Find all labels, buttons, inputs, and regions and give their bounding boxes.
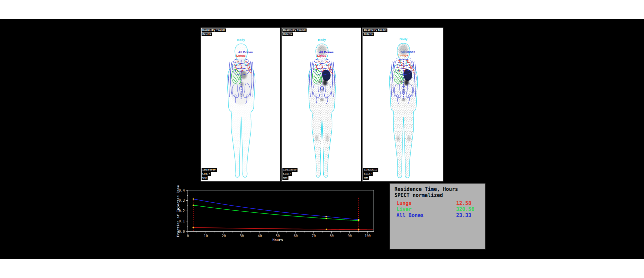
svg-text:20: 20	[222, 234, 226, 238]
svg-text:30: 30	[240, 234, 244, 238]
body-roi-label: Body	[399, 37, 408, 41]
application-canvas: Body All Bones Lungs Dosimetry Toolkit X…	[0, 19, 644, 259]
viewport-header: Dosimetry Toolkit Xeleris	[282, 28, 307, 37]
scan-viewport-1[interactable]: Body All Bones Lungs Dosimetry Toolkit X…	[201, 27, 280, 182]
scan-image-slot: Body All Bones Lungs	[282, 28, 361, 181]
data-point-marker	[358, 229, 360, 230]
organ-label: Liver	[396, 206, 412, 212]
svg-text:0: 0	[187, 234, 189, 238]
viewport-footer: 11/21/2010 Lu177 GM	[282, 168, 298, 180]
organ-value: 320.56	[456, 206, 474, 212]
isotope-label: Lu177	[363, 172, 373, 176]
svg-text:90: 90	[347, 234, 352, 238]
isotope-label: Lu177	[202, 172, 211, 176]
lungs-roi-label: Lungs	[398, 53, 408, 57]
app-subtitle-label: Xeleris	[282, 32, 293, 36]
organ-label: All Bones	[396, 212, 424, 218]
body-roi-label: Body	[237, 38, 245, 42]
app-title-label: Dosimetry Toolkit	[363, 28, 387, 32]
svg-text:0.2: 0.2	[179, 209, 185, 213]
organ-value: 23.33	[456, 212, 471, 218]
app-subtitle-label: Xeleris	[363, 32, 374, 36]
body-scan-image: Body All Bones Lungs	[282, 28, 361, 181]
svg-text:0.0: 0.0	[179, 230, 185, 233]
svg-text:0.1: 0.1	[179, 219, 185, 223]
body-scan-image: Body All Bones Lungs	[201, 28, 280, 181]
lungs-roi-label: Lungs	[236, 54, 246, 57]
app-title-label: Dosimetry Toolkit	[202, 28, 226, 32]
viewport-header: Dosimetry Toolkit Xeleris	[202, 28, 226, 37]
scan-image-slot: Body All Bones Lungs	[201, 28, 280, 181]
data-point-marker	[325, 218, 327, 219]
time-activity-chart[interactable]: Fraction of Injected Dose Hours 0.00.10.…	[176, 184, 379, 248]
residence-subtitle: SPECT normalized	[394, 192, 485, 198]
series-all-bones	[193, 199, 359, 220]
app-subtitle-label: Xeleris	[202, 32, 212, 36]
organ-value: 12.58	[456, 200, 471, 206]
series-liver	[193, 205, 359, 221]
viewport-footer: 11/18/2010 Lu177 GM	[202, 168, 217, 180]
data-point-marker	[358, 220, 360, 221]
svg-text:10: 10	[204, 234, 208, 238]
svg-text:60: 60	[294, 234, 298, 238]
data-point-marker	[193, 204, 194, 206]
data-point-marker	[193, 198, 194, 200]
operator-label: GM	[202, 176, 208, 180]
svg-text:0.3: 0.3	[179, 199, 185, 202]
data-point-marker	[325, 228, 327, 230]
lungs-roi-label: Lungs	[317, 54, 326, 57]
data-point-marker	[193, 227, 194, 228]
residence-row-all-bones: All Bones 23.33	[396, 212, 485, 218]
scan-date-label: 11/21/2010	[282, 168, 298, 172]
scan-date-label: 11/18/2010	[202, 168, 217, 172]
viewport-header: Dosimetry Toolkit Xeleris	[363, 28, 387, 37]
svg-text:70: 70	[312, 234, 316, 238]
scan-image-slot: Body All Bones Lungs	[363, 28, 443, 181]
isotope-label: Lu177	[282, 172, 292, 176]
series-lungs	[193, 227, 373, 230]
operator-label: GM	[282, 176, 288, 180]
svg-text:0.4: 0.4	[179, 189, 185, 192]
body-scan-image: Body All Bones Lungs	[363, 28, 443, 181]
organ-label: Lungs	[396, 200, 412, 206]
residence-row-liver: Liver 320.56	[396, 206, 485, 212]
svg-text:80: 80	[330, 234, 334, 238]
viewport-footer: 11/22/2010 Lu177 GM	[363, 168, 378, 180]
svg-text:100: 100	[365, 234, 371, 238]
residence-row-lungs: Lungs 12.58	[396, 200, 485, 206]
svg-text:50: 50	[276, 234, 280, 238]
body-roi-label: Body	[318, 38, 326, 42]
app-title-label: Dosimetry Toolkit	[282, 28, 307, 32]
x-axis-label: Hours	[272, 238, 283, 242]
scan-viewport-3[interactable]: Body All Bones Lungs Dosimetry Toolkit X…	[362, 27, 443, 182]
scan-date-label: 11/22/2010	[363, 168, 378, 172]
residence-time-panel: Residence Time, Hours SPECT normalized L…	[389, 183, 486, 250]
svg-text:40: 40	[258, 234, 262, 238]
residence-title: Residence Time, Hours	[394, 186, 485, 192]
operator-label: GM	[363, 176, 369, 180]
data-point-marker	[325, 216, 327, 217]
scan-viewport-2[interactable]: Body All Bones Lungs Dosimetry Toolkit X…	[281, 27, 361, 182]
